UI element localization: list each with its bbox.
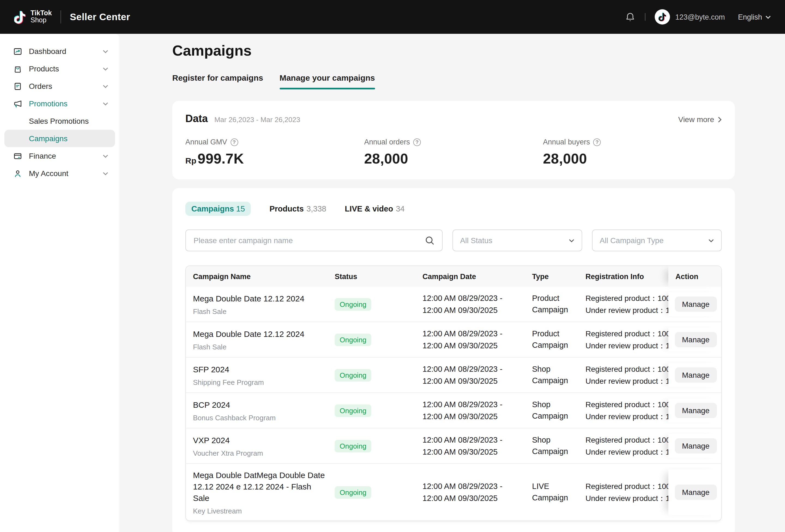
metric-value: 999.7K bbox=[198, 150, 244, 167]
table-row: SFP 2024 Shipping Fee Program Ongoing 12… bbox=[186, 357, 721, 392]
manage-button[interactable]: Manage bbox=[675, 438, 716, 454]
table-body: Mega Double Date 12.12 2024 Flash Sale O… bbox=[186, 287, 721, 521]
status-cell: Ongoing bbox=[328, 333, 415, 346]
finance-icon bbox=[13, 151, 22, 160]
search-icon[interactable] bbox=[425, 236, 434, 245]
topbar-separator bbox=[644, 13, 645, 21]
help-icon[interactable]: ? bbox=[230, 138, 238, 146]
help-icon[interactable]: ? bbox=[593, 138, 601, 146]
topbar-divider bbox=[60, 10, 61, 23]
status-badge: Ongoing bbox=[335, 298, 371, 310]
avatar[interactable] bbox=[654, 9, 670, 25]
campaign-date-cell: 12:00 AM 08/29/2023 - 12:00 AM 09/30/202… bbox=[415, 328, 525, 352]
view-more-label: View more bbox=[678, 115, 714, 124]
product-name: Seller Center bbox=[70, 11, 130, 23]
col-status: Status bbox=[328, 272, 415, 280]
sidebar-item-products[interactable]: Products bbox=[4, 60, 115, 77]
type-cell: Product Campaign bbox=[525, 328, 578, 351]
campaign-name-cell: Mega Double Date 12.12 2024 Flash Sale bbox=[186, 293, 328, 315]
status-cell: Ongoing bbox=[328, 298, 415, 310]
campaign-name: SFP 2024 bbox=[193, 363, 328, 375]
campaign-type-filter-select[interactable]: All Campaign Type bbox=[592, 229, 722, 251]
status-badge: Ongoing bbox=[335, 439, 371, 452]
list-tab-label: Products bbox=[270, 204, 304, 213]
status-badge: Ongoing bbox=[335, 333, 371, 346]
status-cell: Ongoing bbox=[328, 486, 415, 499]
orders-icon bbox=[13, 81, 22, 91]
sidebar-item-my-account[interactable]: My Account bbox=[4, 164, 115, 182]
manage-button[interactable]: Manage bbox=[675, 332, 716, 347]
account-icon bbox=[13, 169, 22, 178]
action-cell: Manage bbox=[668, 434, 721, 458]
sidebar-item-dashboard[interactable]: Dashboard bbox=[4, 43, 115, 60]
manage-button[interactable]: Manage bbox=[675, 485, 716, 500]
campaign-subtitle: Bonus Cashback Program bbox=[193, 414, 328, 422]
account-email: 123@byte.com bbox=[675, 13, 725, 21]
status-cell: Ongoing bbox=[328, 439, 415, 452]
campaign-name: BCP 2024 bbox=[193, 399, 328, 410]
tab-register-for-campaigns[interactable]: Register for campaigns bbox=[172, 73, 263, 90]
bell-icon[interactable] bbox=[625, 11, 635, 23]
chevron-down-icon bbox=[102, 102, 108, 105]
view-more-link[interactable]: View more bbox=[678, 115, 722, 124]
campaign-subtitle: Shipping Fee Program bbox=[193, 378, 328, 386]
status-badge: Ongoing bbox=[335, 404, 371, 417]
sidebar-item-label: Products bbox=[29, 64, 59, 73]
chevron-down-icon bbox=[568, 238, 575, 242]
list-tab-count: 34 bbox=[396, 204, 405, 213]
action-cell: Manage bbox=[668, 328, 721, 352]
campaign-name-cell: Mega Double Date 12.12 2024 Flash Sale bbox=[186, 328, 328, 351]
col-type: Type bbox=[525, 272, 578, 280]
registration-info-cell: Registered product：100 Under review prod… bbox=[578, 328, 668, 352]
status-filter-select[interactable]: All Status bbox=[453, 229, 582, 251]
table-row: Mega Double Date 12.12 2024 Flash Sale O… bbox=[186, 287, 721, 322]
manage-button[interactable]: Manage bbox=[675, 403, 716, 418]
list-tab-campaigns[interactable]: Campaigns 15 bbox=[185, 202, 251, 216]
sidebar-item-label: My Account bbox=[29, 169, 69, 178]
manage-button[interactable]: Manage bbox=[675, 297, 716, 312]
campaign-name-cell: Mega Double DatMega Double Date 12.12 20… bbox=[186, 469, 328, 515]
type-cell: LIVE Campaign bbox=[525, 481, 578, 504]
campaign-subtitle: Key Livestream bbox=[193, 507, 328, 515]
language-selector[interactable]: English bbox=[738, 13, 771, 21]
metric-label: Annual orders bbox=[364, 138, 410, 146]
status-badge: Ongoing bbox=[335, 486, 371, 499]
registration-info-cell: Registered product：100 Under review prod… bbox=[578, 363, 668, 387]
data-card: Data Mar 26,2023 - Mar 26,2023 View more… bbox=[172, 101, 735, 179]
tab-manage-your-campaigns[interactable]: Manage your campaigns bbox=[279, 73, 375, 90]
filter-row: All Status All Campaign Type bbox=[185, 229, 722, 251]
tiktok-shop-logo[interactable]: TikTok Shop bbox=[30, 10, 52, 24]
sidebar-item-campaigns[interactable]: Campaigns bbox=[4, 130, 115, 147]
list-tab-live-video[interactable]: LIVE & video 34 bbox=[345, 204, 405, 213]
table-row: Mega Double Date 12.12 2024 Flash Sale O… bbox=[186, 322, 721, 357]
data-date-range: Mar 26,2023 - Mar 26,2023 bbox=[214, 116, 300, 124]
search-input[interactable] bbox=[194, 236, 421, 245]
metric-label: Annual buyers bbox=[543, 138, 590, 146]
list-tab-products[interactable]: Products 3,338 bbox=[270, 204, 326, 213]
metric-annual-orders: Annual orders ? 28,000 bbox=[364, 138, 543, 167]
manage-button[interactable]: Manage bbox=[675, 368, 716, 383]
campaign-name: Mega Double Date 12.12 2024 bbox=[193, 328, 328, 339]
action-cell: Manage bbox=[668, 469, 721, 515]
topbar-right: 123@byte.com English bbox=[625, 9, 771, 25]
status-cell: Ongoing bbox=[328, 404, 415, 417]
campaign-type-filter-value: All Campaign Type bbox=[600, 236, 664, 245]
type-cell: Product Campaign bbox=[525, 293, 578, 315]
campaigns-table: Campaign Name Status Campaign Date Type … bbox=[185, 265, 722, 521]
table-header-row: Campaign Name Status Campaign Date Type … bbox=[186, 266, 721, 287]
sidebar-item-sales-promotions[interactable]: Sales Promotions bbox=[4, 112, 115, 130]
campaign-name: Mega Double DatMega Double Date 12.12 20… bbox=[193, 469, 328, 504]
sidebar-item-promotions[interactable]: Promotions bbox=[4, 95, 115, 112]
language-label: English bbox=[738, 13, 762, 21]
list-tab-count: 3,338 bbox=[306, 204, 326, 213]
chevron-down-icon bbox=[102, 49, 108, 53]
sidebar-item-label: Orders bbox=[29, 82, 52, 91]
chevron-down-icon bbox=[102, 67, 108, 71]
sidebar-item-finance[interactable]: Finance bbox=[4, 147, 115, 164]
metric-annual-buyers: Annual buyers ? 28,000 bbox=[543, 138, 722, 167]
currency-prefix: Rp bbox=[185, 156, 197, 165]
registration-info-cell: Registered product：100 Under review prod… bbox=[578, 399, 668, 423]
campaign-name-cell: BCP 2024 Bonus Cashback Program bbox=[186, 399, 328, 422]
help-icon[interactable]: ? bbox=[413, 138, 421, 146]
sidebar-item-orders[interactable]: Orders bbox=[4, 77, 115, 95]
